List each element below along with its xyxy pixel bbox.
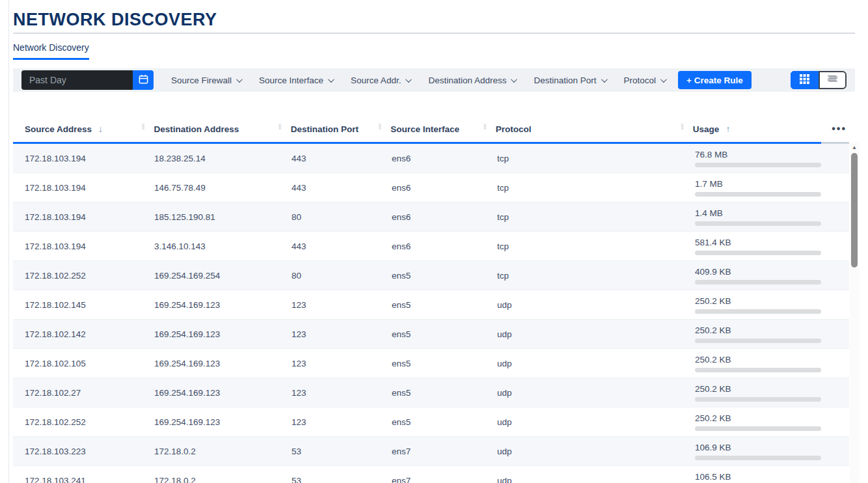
cell-usage: 250.2 KB [695,355,834,372]
view-toggle [791,71,847,89]
table-row[interactable]: 172.18.103.194 3.146.10.143 443 ens6 tcp… [13,232,849,261]
chevron-down-icon [601,76,608,83]
cell-usage: 250.2 KB [695,325,834,343]
filter-source-addr[interactable]: Source Addr. [351,76,410,85]
cell-protocol: udp [497,388,695,398]
title-divider [13,33,855,34]
cell-destination-address: 169.254.169.254 [154,271,292,281]
filter-label: Source Firewall [171,76,232,85]
column-header-destination-address[interactable]: Destination Address [154,116,290,142]
date-range-input[interactable]: Past Day [21,70,133,90]
cell-source-interface: ens5 [392,388,497,398]
chevron-down-icon [660,76,667,83]
table-scrollbar[interactable]: ▲ [850,143,859,483]
cell-protocol: udp [497,300,695,310]
usage-bar-track [695,456,821,460]
cell-source-interface: ens6 [392,242,497,251]
cell-destination-port: 123 [292,329,392,339]
tab-network-discovery[interactable]: Network Discovery [13,42,89,60]
filter-destination-port[interactable]: Destination Port [534,76,605,85]
cell-source-interface: ens7 [392,447,497,456]
cell-destination-port: 443 [292,242,392,251]
filter-protocol[interactable]: Protocol [624,76,666,85]
grid-view-icon [800,74,809,87]
table-row[interactable]: 172.18.103.223 172.18.0.2 53 ens7 udp 10… [13,437,849,466]
scrollbar-thumb[interactable] [851,153,858,268]
table-row[interactable]: 172.18.102.252 169.254.169.254 80 ens5 t… [13,261,849,290]
usage-value: 250.2 KB [695,384,834,394]
cell-protocol: udp [497,329,695,339]
chevron-down-icon [405,76,412,83]
table-row[interactable]: 172.18.102.145 169.254.169.123 123 ens5 … [13,290,849,320]
tab-bar: Network Discovery [13,42,855,60]
column-label: Destination Address [154,124,239,134]
flow-view-icon [827,74,838,87]
column-header-protocol[interactable]: Protocol [496,116,693,142]
cell-usage: 250.2 KB [695,384,834,402]
usage-bar-track [695,426,821,431]
cell-protocol: tcp [497,271,695,281]
cell-usage: 1.7 MB [695,179,834,197]
filter-source-firewall[interactable]: Source Firewall [171,76,241,85]
sort-desc-icon: ↓ [98,124,103,134]
usage-value: 409.9 KB [695,267,834,277]
column-header-destination-port[interactable]: Destination Port [291,116,391,142]
table-row[interactable]: 172.18.102.27 169.254.169.123 123 ens5 u… [13,378,849,407]
cell-protocol: udp [497,447,695,456]
cell-source-address: 172.18.102.252 [13,271,154,281]
filter-dropdowns: Source Firewall Source Interface Source … [171,76,665,85]
table-row[interactable]: 172.18.103.241 172.18.0.2 53 ens7 udp 10… [13,466,849,483]
calendar-button[interactable] [133,70,154,90]
filter-destination-address[interactable]: Destination Address [428,76,515,85]
cell-destination-address: 169.254.169.123 [154,359,292,368]
create-rule-button[interactable]: + Create Rule [678,71,752,89]
column-label: Usage [693,124,720,134]
usage-bar-track [695,397,821,402]
cell-source-interface: ens5 [392,271,497,281]
usage-value: 106.5 KB [695,472,834,482]
cell-protocol: udp [497,417,695,427]
table-row[interactable]: 172.18.103.194 185.125.190.81 80 ens6 tc… [13,202,849,232]
cell-protocol: tcp [497,183,695,193]
cell-destination-address: 169.254.169.123 [154,329,292,339]
cell-usage: 409.9 KB [695,267,834,284]
page-title: NETWORK DISCOVERY [13,10,855,30]
usage-value: 250.2 KB [695,413,834,423]
column-label: Source Interface [390,124,459,134]
column-header-source-address[interactable]: Source Address ↓ [13,116,154,142]
usage-value: 250.2 KB [695,325,834,335]
column-header-usage[interactable]: Usage ↑ [693,116,832,142]
column-header-source-interface[interactable]: Source Interface [390,116,496,142]
cell-destination-address: 146.75.78.49 [154,183,292,193]
column-menu-ellipsis-icon[interactable]: ••• [832,126,849,132]
filter-label: Destination Address [428,76,506,85]
usage-bar-track [695,280,821,284]
cell-usage: 106.9 KB [695,443,834,460]
cell-source-interface: ens6 [392,154,497,163]
usage-bar-track [695,368,821,372]
flow-view-button[interactable] [819,71,847,89]
table-row[interactable]: 172.18.103.194 146.75.78.49 443 ens6 tcp… [13,173,849,202]
cell-protocol: udp [497,359,695,368]
table-row[interactable]: 172.18.102.142 169.254.169.123 123 ens5 … [13,320,849,349]
cell-usage: 581.4 KB [695,238,834,255]
cell-destination-port: 80 [292,212,392,222]
usage-value: 581.4 KB [695,238,834,247]
filter-toolbar: Past Day Source Firewall Source Inter [13,68,855,92]
table-row[interactable]: 172.18.102.105 169.254.169.123 123 ens5 … [13,349,849,378]
table-view-button[interactable] [791,71,819,89]
usage-bar-track [695,163,821,167]
table-row[interactable]: 172.18.103.194 18.238.25.14 443 ens6 tcp… [13,144,849,173]
usage-value: 76.8 MB [695,150,834,159]
cell-destination-port: 123 [292,417,392,427]
table-row[interactable]: 172.18.102.252 169.254.169.123 123 ens5 … [13,407,849,437]
usage-value: 1.4 MB [695,208,834,218]
cell-source-interface: ens7 [392,476,497,483]
scroll-up-icon[interactable]: ▲ [850,145,859,150]
usage-value: 250.2 KB [695,296,834,306]
calendar-icon [138,74,149,87]
cell-destination-port: 53 [292,447,392,456]
cell-destination-port: 443 [292,154,392,163]
filter-source-interface[interactable]: Source Interface [259,76,332,85]
column-label: Destination Port [291,124,359,134]
